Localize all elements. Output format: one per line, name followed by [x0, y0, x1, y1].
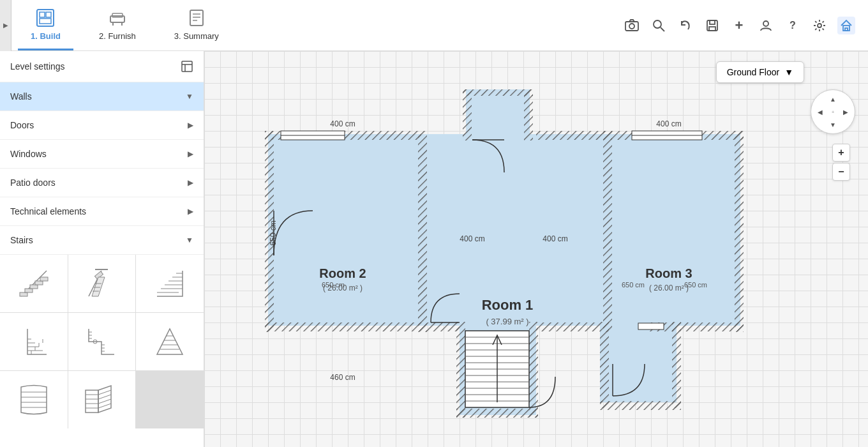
- home-icon[interactable]: [837, 17, 855, 34]
- floor-select-label: Ground Floor: [727, 67, 779, 77]
- compass-center: +: [827, 105, 839, 118]
- nav-compass: ▲ ◀ + ▶ ▼: [811, 89, 855, 134]
- svg-line-74: [98, 399, 111, 404]
- stair-item-2[interactable]: [68, 255, 136, 312]
- floor-plan-svg: 400 cm 400 cm 400 cm 400 cm 650 cm 650 c…: [255, 83, 753, 441]
- svg-rect-31: [40, 277, 48, 281]
- svg-text:( 26.00 m² ): ( 26.00 m² ): [649, 284, 689, 292]
- patio-doors-chevron: ▶: [188, 178, 193, 187]
- level-settings-left: Level settings: [10, 61, 65, 72]
- svg-rect-8: [190, 10, 203, 26]
- sidebar-stairs[interactable]: Stairs ▼: [0, 226, 204, 255]
- technical-left: Technical elements: [10, 206, 86, 216]
- svg-text:400 cm: 400 cm: [656, 119, 681, 128]
- svg-rect-88: [536, 322, 600, 331]
- zoom-in-button[interactable]: +: [832, 144, 850, 162]
- floor-selector[interactable]: Ground Floor ▼: [716, 61, 804, 83]
- svg-rect-28: [25, 289, 33, 292]
- person-icon[interactable]: [757, 17, 775, 34]
- help-icon[interactable]: ?: [784, 17, 802, 34]
- sidebar-technical[interactable]: Technical elements ▶: [0, 197, 204, 226]
- svg-rect-22: [845, 28, 848, 31]
- patio-doors-label: Patio doors: [10, 178, 56, 188]
- svg-line-75: [98, 404, 111, 408]
- zoom-controls: + −: [832, 144, 850, 181]
- svg-line-72: [98, 390, 111, 395]
- zoom-out-button[interactable]: −: [832, 163, 850, 181]
- compass-left-button[interactable]: ◀: [814, 105, 827, 118]
- stairs-label: Stairs: [10, 235, 33, 245]
- walls-chevron: ▼: [186, 92, 193, 101]
- svg-text:650 cm: 650 cm: [269, 220, 278, 245]
- tabs-container: 1. Build 2. Furnish: [11, 0, 238, 50]
- svg-rect-77: [268, 134, 421, 326]
- tab-furnish-label: 2. Furnish: [99, 31, 136, 41]
- compass-right-button[interactable]: ▶: [839, 105, 852, 118]
- floor-select-chevron: ▼: [784, 67, 793, 77]
- technical-chevron: ▶: [188, 207, 193, 216]
- stair-item-1[interactable]: [0, 255, 68, 312]
- sidebar-level-settings[interactable]: Level settings: [0, 51, 204, 82]
- floor-select-button[interactable]: Ground Floor ▼: [716, 61, 804, 83]
- compass-arrows: ▲ ◀ + ▶ ▼: [814, 93, 852, 131]
- stairs-chevron: ▼: [186, 236, 193, 245]
- svg-text:Room 2: Room 2: [319, 266, 366, 280]
- svg-point-19: [763, 21, 768, 26]
- windows-chevron: ▶: [188, 149, 193, 158]
- tab-build[interactable]: 1. Build: [18, 0, 73, 50]
- compass-down-button[interactable]: ▼: [827, 118, 839, 131]
- sidebar-windows[interactable]: Windows ▶: [0, 140, 204, 169]
- patio-doors-left: Patio doors: [10, 178, 56, 188]
- svg-rect-90: [418, 131, 427, 332]
- svg-rect-95: [456, 322, 465, 418]
- compass-up-button[interactable]: ▲: [827, 93, 839, 105]
- canvas-area[interactable]: 400 cm 400 cm 400 cm 400 cm 650 cm 650 c…: [204, 51, 868, 447]
- tab-summary[interactable]: 3. Summary: [161, 0, 232, 50]
- stairs-grid: [0, 255, 204, 428]
- tab-summary-label: 3. Summary: [174, 31, 219, 41]
- sidebar-walls[interactable]: Walls ▼: [0, 82, 204, 111]
- svg-text:400 cm: 400 cm: [542, 234, 567, 243]
- svg-rect-99: [672, 322, 681, 408]
- svg-rect-12: [625, 22, 638, 31]
- svg-rect-1: [40, 12, 45, 17]
- add-icon[interactable]: +: [730, 17, 748, 34]
- svg-text:Room 3: Room 3: [645, 266, 692, 280]
- svg-rect-91: [603, 131, 612, 332]
- stair-item-5[interactable]: [68, 313, 136, 370]
- svg-text:400 cm: 400 cm: [460, 234, 484, 243]
- technical-label: Technical elements: [10, 206, 86, 216]
- svg-rect-92: [463, 89, 472, 140]
- collapse-sidebar-button[interactable]: ▶: [0, 0, 11, 51]
- svg-text:Room 1: Room 1: [482, 297, 534, 313]
- svg-rect-98: [600, 322, 609, 408]
- camera-icon[interactable]: [623, 17, 641, 34]
- stair-item-7[interactable]: [0, 371, 68, 428]
- svg-rect-100: [600, 401, 681, 410]
- svg-rect-3: [40, 19, 51, 24]
- stair-item-8[interactable]: [68, 371, 136, 428]
- svg-text:( 26.00 m² ): ( 26.00 m² ): [323, 284, 363, 292]
- sidebar-patio-doors[interactable]: Patio doors ▶: [0, 169, 204, 197]
- stair-item-4[interactable]: [0, 313, 68, 370]
- settings-icon[interactable]: [811, 17, 828, 34]
- svg-line-15: [661, 27, 664, 31]
- sidebar-doors[interactable]: Doors ▶: [0, 111, 204, 140]
- svg-rect-94: [463, 89, 533, 96]
- svg-line-73: [98, 395, 111, 399]
- svg-text:650 cm: 650 cm: [622, 281, 645, 289]
- svg-text:400 cm: 400 cm: [330, 119, 355, 128]
- tab-furnish[interactable]: 2. Furnish: [86, 0, 149, 50]
- top-toolbar: ▶ 1. Build: [0, 0, 868, 51]
- stair-item-6[interactable]: [136, 313, 204, 370]
- doors-label: Doors: [10, 120, 34, 130]
- stair-item-3[interactable]: [136, 255, 204, 312]
- windows-left: Windows: [10, 149, 47, 159]
- undo-icon[interactable]: [677, 17, 694, 34]
- furnish-icon: [108, 8, 127, 27]
- save-icon[interactable]: [703, 17, 721, 34]
- svg-rect-18: [709, 27, 715, 31]
- walls-left: Walls: [10, 91, 32, 102]
- right-toolbar: + ?: [623, 0, 855, 51]
- search-icon[interactable]: [650, 17, 668, 34]
